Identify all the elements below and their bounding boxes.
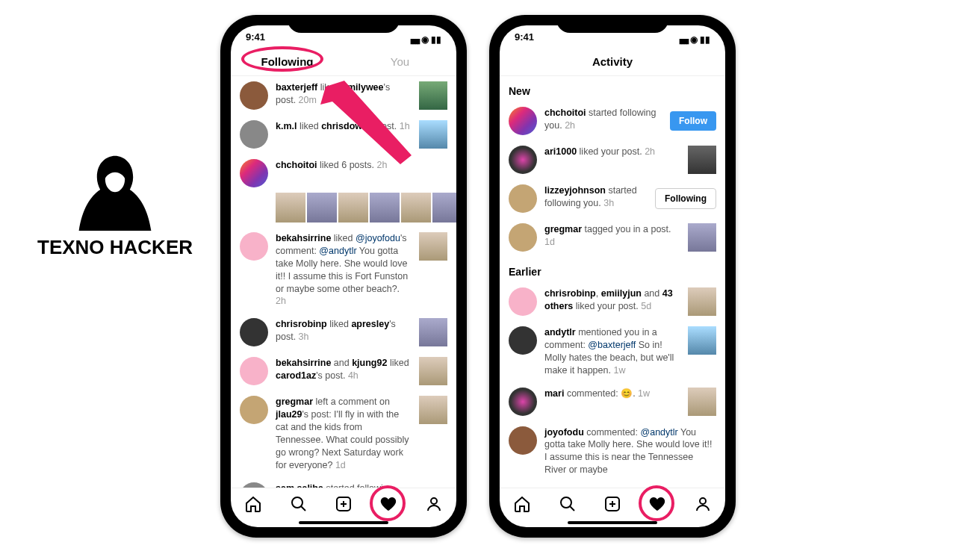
activity-text: chchoitoi liked 6 posts. 2h — [276, 159, 447, 172]
search-icon[interactable] — [289, 494, 308, 514]
post-thumbnail[interactable] — [419, 120, 447, 149]
tab-you[interactable]: You — [344, 48, 456, 75]
avatar[interactable] — [240, 120, 268, 149]
avatar[interactable] — [240, 396, 268, 424]
avatar[interactable] — [240, 232, 268, 261]
avatar[interactable] — [509, 223, 537, 252]
post-thumbnail[interactable] — [419, 396, 447, 424]
post-thumbnail[interactable] — [419, 81, 447, 110]
list-item[interactable]: joyofodu commented: @andytlr You gotta t… — [509, 421, 716, 482]
post-thumbnail[interactable] — [419, 357, 447, 385]
activity-text: sam.saliba started following lizzeyjohns… — [276, 482, 447, 488]
search-icon[interactable] — [558, 494, 577, 514]
cellular-icon — [410, 34, 419, 46]
avatar[interactable] — [240, 159, 268, 187]
post-thumbnail[interactable] — [432, 193, 456, 223]
activity-text: chrisrobinp liked apresley's post. 3h — [276, 318, 412, 343]
list-item[interactable]: baxterjeff liked emilywee's post. 20m — [240, 76, 447, 115]
avatar[interactable] — [240, 357, 268, 385]
post-thumbnail[interactable] — [276, 193, 305, 223]
page-title: Activity — [500, 48, 725, 76]
battery-icon: ▮▮ — [431, 34, 441, 45]
list-item[interactable]: chchoitoi liked 6 posts. 2h — [240, 154, 447, 193]
home-indicator — [299, 521, 388, 524]
hacker-silhouette-icon — [74, 149, 156, 239]
activity-tabs: Following You — [231, 48, 456, 76]
activity-text: bekahsirrine liked @joyofodu's comment: … — [276, 232, 412, 308]
external-brand-text: TEXNO HACKER — [37, 236, 193, 259]
avatar[interactable] — [509, 107, 537, 135]
external-branding: TEXNO HACKER — [37, 149, 193, 259]
list-item[interactable]: chrisrobinp liked apresley's post. 3h — [240, 313, 447, 352]
post-thumbnail[interactable] — [419, 318, 447, 346]
home-icon[interactable] — [512, 494, 532, 514]
wifi-icon: ◉ — [690, 34, 698, 45]
following-button[interactable]: Following — [655, 188, 716, 209]
activity-feed[interactable]: New chchoitoi started following you. 2h … — [500, 76, 725, 488]
follow-button[interactable]: Follow — [670, 111, 716, 131]
post-thumbnail[interactable] — [370, 193, 400, 223]
list-item[interactable]: gregmar left a comment on jlau29's post:… — [240, 391, 447, 476]
list-item[interactable]: gregmar tagged you in a post. 1d — [509, 218, 716, 257]
post-thumbnail[interactable] — [688, 287, 716, 316]
list-item[interactable]: mari commented: 😊. 1w — [509, 382, 716, 421]
avatar[interactable] — [240, 81, 268, 110]
post-thumbnail[interactable] — [419, 232, 447, 261]
list-item[interactable]: k.m.l liked chrisdows's post. 1h — [240, 115, 447, 154]
post-thumbnail[interactable] — [338, 193, 368, 223]
post-thumbnail[interactable] — [307, 193, 337, 223]
post-thumbnail[interactable] — [688, 146, 716, 174]
avatar[interactable] — [509, 146, 537, 174]
status-time: 9:41 — [246, 31, 265, 48]
activity-text: andytlr mentioned you in a comment: @bax… — [544, 326, 680, 377]
activity-text: lizzeyjohnson started following you. 3h — [544, 184, 648, 210]
post-thumbnail[interactable] — [401, 193, 431, 223]
svg-point-3 — [431, 498, 437, 504]
activity-text: joyofodu commented: @andytlr You gotta t… — [544, 426, 716, 477]
heart-icon[interactable] — [379, 494, 398, 514]
add-post-icon[interactable] — [334, 494, 353, 514]
profile-icon[interactable] — [424, 494, 444, 514]
status-icons: ◉ ▮▮ — [410, 31, 441, 48]
tab-following[interactable]: Following — [231, 48, 344, 75]
activity-feed[interactable]: baxterjeff liked emilywee's post. 20m k.… — [231, 76, 456, 488]
avatar[interactable] — [509, 326, 537, 355]
post-thumbnail[interactable] — [688, 326, 716, 355]
list-item[interactable]: lizzeyjohnson started following you. 3h … — [509, 179, 716, 218]
home-icon[interactable] — [243, 494, 263, 514]
list-item[interactable]: andytlr mentioned you in a comment: @bax… — [509, 321, 716, 382]
thumb-strip[interactable] — [276, 193, 447, 227]
battery-icon: ▮▮ — [700, 34, 710, 45]
list-item[interactable]: sam.saliba started following lizzeyjohns… — [240, 477, 447, 488]
post-thumbnail[interactable] — [688, 388, 716, 416]
list-item[interactable]: chrisrobinp, emiilyjun and 43 others lik… — [509, 282, 716, 321]
activity-text: mari commented: 😊. 1w — [544, 388, 680, 400]
add-post-icon[interactable] — [603, 494, 622, 514]
wifi-icon: ◉ — [421, 34, 429, 45]
avatar[interactable] — [240, 318, 268, 346]
list-item[interactable]: chchoitoi started following you. 2h Foll… — [509, 102, 716, 140]
section-earlier: Earlier — [509, 257, 716, 282]
bottom-nav — [500, 488, 725, 517]
list-item[interactable]: bekahsirrine liked @joyofodu's comment: … — [240, 227, 447, 313]
activity-text: bekahsirrine and kjung92 liked carod1az'… — [276, 357, 412, 382]
bottom-nav — [231, 488, 456, 517]
profile-icon[interactable] — [693, 494, 713, 514]
phone-left: 9:41 ◉ ▮▮ Following You baxterjeff liked… — [220, 15, 467, 538]
svg-point-1 — [292, 497, 302, 508]
avatar[interactable] — [240, 482, 268, 488]
avatar[interactable] — [509, 426, 537, 455]
avatar[interactable] — [509, 287, 537, 316]
list-item[interactable]: ari1000 liked your post. 2h — [509, 140, 716, 179]
avatar[interactable] — [509, 388, 537, 416]
avatar[interactable] — [509, 184, 537, 213]
list-item[interactable]: bekahsirrine and kjung92 liked carod1az'… — [240, 352, 447, 391]
status-icons: ◉ ▮▮ — [679, 31, 710, 48]
svg-point-4 — [561, 497, 571, 508]
home-indicator — [568, 521, 657, 524]
heart-icon[interactable] — [648, 494, 667, 514]
activity-text: gregmar tagged you in a post. 1d — [544, 223, 680, 249]
status-time: 9:41 — [515, 31, 534, 48]
activity-text: ari1000 liked your post. 2h — [544, 146, 680, 158]
post-thumbnail[interactable] — [688, 223, 716, 252]
